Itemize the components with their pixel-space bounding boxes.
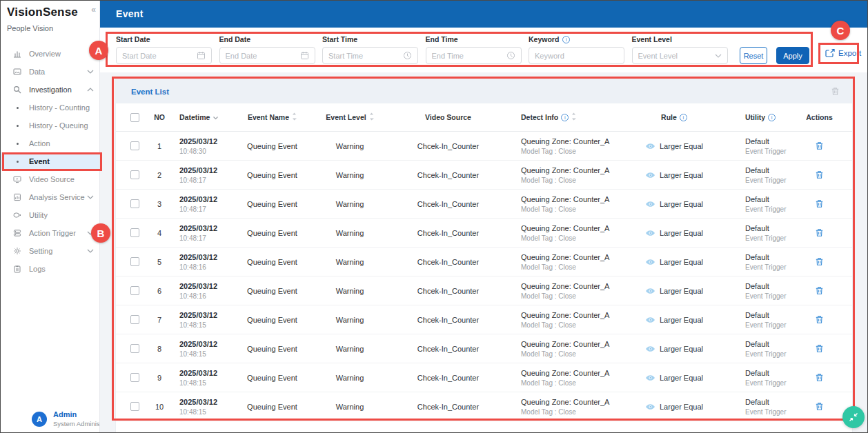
sort-icon[interactable] (292, 112, 297, 122)
select-all-checkbox[interactable] (130, 113, 139, 122)
eye-icon[interactable] (645, 201, 655, 208)
eye-icon[interactable] (645, 288, 655, 294)
bullet-icon (12, 143, 22, 145)
row-checkbox[interactable] (130, 373, 139, 382)
info-icon[interactable]: i (561, 114, 569, 121)
cell-detect-info: Queuing Zone: Counter_AModel Tag : Close (509, 253, 629, 271)
sidebar-item-logs[interactable]: Logs (0, 260, 99, 278)
info-icon[interactable]: i (680, 114, 687, 121)
utility-name: Default (745, 369, 795, 377)
delete-row-icon[interactable] (815, 315, 824, 324)
column-header-select[interactable] (124, 113, 145, 122)
delete-row-icon[interactable] (815, 141, 824, 150)
row-checkbox[interactable] (130, 344, 139, 353)
sidebar-item-history-queuing[interactable]: History - Queuing (0, 117, 99, 134)
row-checkbox[interactable] (130, 402, 139, 411)
filter-field-start-time: Start TimeStart Time (322, 35, 418, 64)
delete-row-icon[interactable] (815, 344, 824, 353)
delete-row-icon[interactable] (815, 286, 824, 295)
row-checkbox[interactable] (130, 257, 139, 266)
cell-utility: DefaultEvent Trigger (719, 369, 795, 387)
cell-event-name: Queuing Event (233, 200, 312, 208)
collapse-fab[interactable] (842, 406, 865, 428)
info-icon[interactable]: i (768, 114, 776, 121)
cell-video-source: Chcek-In_Counter (388, 374, 509, 382)
cell-video-source: Chcek-In_Counter (388, 200, 509, 208)
placeholder-text: Start Date (122, 52, 197, 60)
cell-event-level: Warning (312, 345, 388, 353)
sidebar-item-setting[interactable]: Setting (0, 242, 99, 260)
reset-button[interactable]: Reset (740, 47, 767, 64)
sort-desc-icon[interactable] (213, 113, 219, 121)
start-time-input[interactable]: Start Time (322, 47, 418, 64)
detect-model-tag: Model Tag : Close (521, 292, 629, 300)
eye-icon[interactable] (645, 172, 655, 179)
delete-row-icon[interactable] (815, 402, 824, 411)
sidebar-item-label: Data (29, 68, 45, 76)
row-checkbox[interactable] (130, 228, 139, 237)
eye-icon[interactable] (645, 374, 655, 381)
event-level-select[interactable]: Event Level (632, 47, 728, 64)
sidebar-item-history-counting[interactable]: History - Counting (0, 99, 99, 117)
rule-label: Larger Equal (660, 258, 703, 266)
eye-icon[interactable] (645, 230, 655, 236)
row-checkbox[interactable] (130, 141, 139, 150)
event-time: 10:48:15 (179, 379, 233, 387)
column-header-event-level[interactable]: Event Level (312, 112, 388, 122)
column-header-no: NO (145, 113, 174, 121)
bulk-delete-icon[interactable] (831, 87, 840, 96)
sidebar-item-action[interactable]: Action (0, 134, 99, 152)
column-header-datetime[interactable]: Datetime (174, 113, 233, 121)
app-subtitle: People Vision (7, 24, 92, 32)
delete-row-icon[interactable] (815, 257, 824, 266)
end-date-input[interactable]: End Date (219, 47, 315, 64)
info-icon[interactable]: i (562, 36, 570, 43)
delete-row-icon[interactable] (815, 228, 824, 237)
utility-name: Default (745, 195, 795, 203)
sort-icon[interactable] (571, 112, 576, 122)
start-date-input[interactable]: Start Date (116, 47, 212, 64)
eye-icon[interactable] (645, 143, 655, 150)
column-header-event-name[interactable]: Event Name (233, 112, 312, 122)
row-checkbox[interactable] (130, 286, 139, 295)
sidebar-item-data[interactable]: Data (0, 63, 99, 81)
cell-no: 7 (145, 316, 174, 324)
delete-row-icon[interactable] (815, 373, 824, 382)
keyword-input[interactable]: Keyword (529, 47, 624, 64)
cell-detect-info: Queuing Zone: Counter_AModel Tag : Close (509, 195, 629, 213)
sidebar-collapse-icon[interactable]: « (91, 5, 96, 14)
cell-utility: DefaultEvent Trigger (719, 137, 795, 155)
cell-datetime: 2025/03/1210:48:17 (174, 195, 233, 213)
cell-video-source: Chcek-In_Counter (388, 142, 509, 150)
eye-icon[interactable] (645, 316, 655, 323)
user-profile[interactable]: A Admin System Administrator (32, 410, 100, 427)
row-checkbox[interactable] (130, 170, 139, 179)
row-checkbox[interactable] (130, 199, 139, 208)
delete-row-icon[interactable] (815, 199, 824, 208)
cell-detect-info: Queuing Zone: Counter_AModel Tag : Close (509, 166, 629, 184)
detect-model-tag: Model Tag : Close (521, 234, 629, 242)
sidebar-item-analysis-service[interactable]: Analysis Service (0, 188, 99, 206)
sidebar-item-event[interactable]: Event (0, 152, 99, 170)
eye-icon[interactable] (645, 345, 655, 352)
apply-button[interactable]: Apply (776, 47, 809, 64)
eye-icon[interactable] (645, 259, 655, 265)
detect-zone: Queuing Zone: Counter_A (521, 195, 629, 203)
export-button[interactable]: Export (825, 48, 861, 57)
detect-model-tag: Model Tag : Close (521, 177, 629, 184)
sidebar-item-investigation[interactable]: Investigation (0, 81, 99, 99)
sidebar-item-video-source[interactable]: Video Source (0, 170, 99, 188)
sidebar-item-utility[interactable]: Utility (0, 206, 99, 224)
delete-row-icon[interactable] (815, 170, 824, 179)
column-header-detect-info[interactable]: Detect Infoi (509, 112, 629, 122)
cell-event-name: Queuing Event (233, 229, 312, 237)
sidebar-item-overview[interactable]: Overview (0, 45, 99, 63)
row-checkbox[interactable] (130, 315, 139, 324)
eye-icon[interactable] (645, 403, 655, 410)
sort-icon[interactable] (369, 112, 374, 122)
cell-rule: Larger Equal (629, 258, 719, 266)
sidebar-item-action-trigger[interactable]: Action Trigger (0, 224, 99, 242)
chevron-up-icon (87, 88, 94, 92)
utility-type: Event Trigger (745, 234, 795, 242)
end-time-input[interactable]: End Time (426, 47, 522, 64)
